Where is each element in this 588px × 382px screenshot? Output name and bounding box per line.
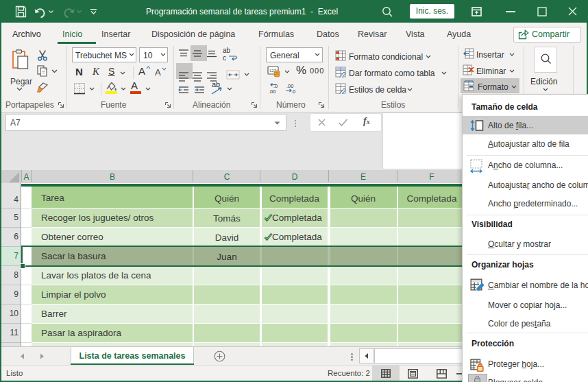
- svg-text:.00: .00: [269, 88, 275, 94]
- svg-text:.0: .0: [291, 88, 295, 94]
